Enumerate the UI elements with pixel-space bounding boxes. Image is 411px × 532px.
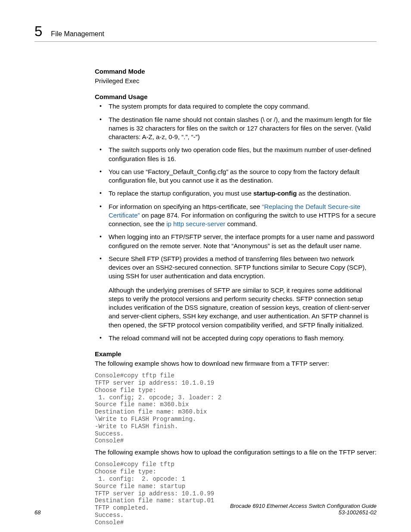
doc-title: Brocade 6910 Ethernet Access Switch Conf… bbox=[230, 503, 377, 509]
list-item-sub: Although the underlying premises of SFTP… bbox=[109, 286, 377, 330]
text-command-mode: Privileged Exec bbox=[95, 77, 377, 85]
text-fragment: For information on specifying an https-c… bbox=[109, 203, 262, 210]
link-ip-http-secure-server[interactable]: ip http secure-server bbox=[166, 220, 225, 227]
example-intro-2: The following example shows how to uploa… bbox=[95, 448, 377, 457]
page-footer: 68 Brocade 6910 Ethernet Access Switch C… bbox=[34, 503, 377, 516]
main-content: Command Mode Privileged Exec Command Usa… bbox=[95, 68, 377, 526]
list-item: The destination file name should not con… bbox=[95, 115, 377, 142]
bold-text: startup-config bbox=[253, 190, 297, 197]
text-fragment: Secure Shell FTP (SFTP) provides a metho… bbox=[109, 255, 366, 280]
list-item: The system prompts for data required to … bbox=[95, 102, 377, 111]
page-number: 68 bbox=[34, 509, 40, 516]
chapter-number: 5 bbox=[34, 23, 42, 40]
list-item: You can use “Factory_Default_Config.cfg”… bbox=[95, 168, 377, 185]
page-header: 5 File Management bbox=[34, 23, 377, 42]
heading-command-mode: Command Mode bbox=[95, 68, 377, 75]
list-item: For information on specifying an https-c… bbox=[95, 202, 377, 229]
footer-right: Brocade 6910 Ethernet Access Switch Conf… bbox=[230, 503, 377, 516]
list-item: The reload command will not be accepted … bbox=[95, 334, 377, 342]
list-item: The switch supports only two operation c… bbox=[95, 146, 377, 163]
text-fragment: as the destination. bbox=[297, 190, 351, 197]
list-item: When logging into an FTP/SFTP server, th… bbox=[95, 233, 377, 250]
code-block-1: Console#copy tftp file TFTP server ip ad… bbox=[95, 372, 377, 445]
chapter-title: File Management bbox=[51, 30, 104, 38]
text-fragment: command. bbox=[225, 220, 257, 227]
command-usage-list: The system prompts for data required to … bbox=[95, 102, 377, 342]
list-item: To replace the startup configuration, yo… bbox=[95, 189, 377, 198]
example-intro-1: The following example shows how to downl… bbox=[95, 359, 377, 368]
code-block-2: Console#copy file tftp Choose file type:… bbox=[95, 461, 377, 526]
heading-example: Example bbox=[95, 350, 377, 358]
text-fragment: To replace the startup configuration, yo… bbox=[109, 190, 253, 197]
doc-id: 53-1002651-02 bbox=[230, 509, 377, 516]
heading-command-usage: Command Usage bbox=[95, 93, 377, 100]
list-item: Secure Shell FTP (SFTP) provides a metho… bbox=[95, 255, 377, 330]
